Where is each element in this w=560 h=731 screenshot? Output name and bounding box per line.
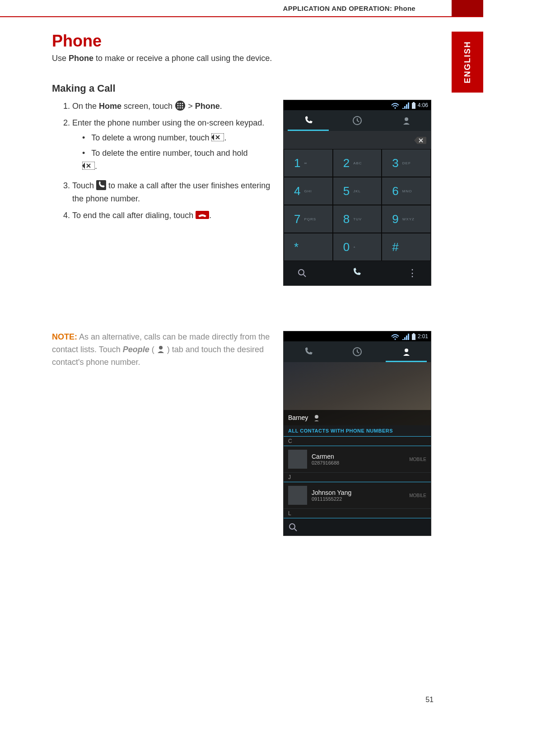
dialer-bottom-row: ⋮ — [284, 261, 431, 285]
wifi-icon — [391, 333, 400, 340]
header-breadcrumb: APPLICATION AND OPERATION: Phone — [283, 5, 416, 12]
language-tab: ENGLISH — [452, 32, 483, 93]
contacts-search-row[interactable] — [284, 518, 431, 535]
alpha-divider: C — [284, 437, 431, 446]
keypad-key-1[interactable]: 1∞ — [284, 149, 333, 177]
status-time: 4:06 — [418, 102, 428, 108]
alpha-divider: J — [284, 473, 431, 482]
backspace-icon — [211, 133, 224, 141]
instructions-column: On the Home screen, touch > Phone. Enter… — [52, 100, 283, 225]
dialer-tabs — [284, 110, 431, 131]
page-number: 51 — [425, 696, 434, 704]
backspace-icon — [82, 162, 95, 170]
contact-name: Carmen — [312, 453, 405, 460]
battery-icon — [411, 333, 416, 340]
tab-contacts[interactable] — [382, 341, 431, 362]
person-icon — [313, 414, 320, 421]
wifi-icon — [391, 102, 400, 109]
step-1: On the Home screen, touch > Phone. — [72, 100, 274, 113]
dialer-screenshot: 4:06 1∞2ABC3DEF4GHI5JKL6MNO7PQRS8TUV9WXY… — [283, 100, 431, 286]
contacts-tabs — [284, 341, 431, 362]
person-icon — [157, 345, 165, 353]
dialer-search-button[interactable] — [284, 268, 321, 278]
tab-dialer[interactable] — [284, 110, 333, 131]
contact-card[interactable]: Barney — [284, 362, 431, 425]
step-4: To end the call after dialing, touch . — [72, 209, 274, 222]
contact-number: 0287916688 — [312, 460, 405, 466]
contact-row[interactable]: Carmen0287916688MOBILE — [284, 446, 431, 473]
keypad-key-#[interactable]: # — [382, 233, 431, 261]
status-time: 2:01 — [418, 333, 428, 340]
tab-recent[interactable] — [333, 341, 382, 362]
step-3: Touch to make a call after the user fini… — [72, 179, 274, 205]
keypad-key-6[interactable]: 6MNO — [382, 177, 431, 205]
dialer-menu-button[interactable]: ⋮ — [394, 267, 431, 279]
step-2-sub-2: To delete the entire number, touch and h… — [82, 147, 274, 173]
contact-type: MOBILE — [409, 457, 426, 462]
status-bar: 2:01 — [284, 331, 431, 341]
contact-number: 09111555222 — [312, 496, 405, 502]
tab-recent[interactable] — [333, 110, 382, 131]
keypad-key-5[interactable]: 5JKL — [333, 177, 382, 205]
dialer-keypad: 1∞2ABC3DEF4GHI5JKL6MNO7PQRS8TUV9WXYZ*0+# — [284, 149, 431, 261]
keypad-key-2[interactable]: 2ABC — [333, 149, 382, 177]
contact-card-name: Barney — [288, 414, 308, 421]
section-heading: Making a Call — [52, 83, 431, 94]
avatar — [288, 486, 307, 505]
search-icon — [288, 522, 297, 531]
header-red-block — [452, 0, 483, 16]
keypad-key-4[interactable]: 4GHI — [284, 177, 333, 205]
language-tab-label: ENGLISH — [463, 41, 472, 83]
keypad-key-0[interactable]: 0+ — [333, 233, 382, 261]
signal-icon — [401, 333, 410, 340]
signal-icon — [401, 102, 410, 109]
step-2-sub-1: To delete a wrong number, touch . — [82, 131, 274, 144]
dialer-call-button[interactable] — [321, 267, 394, 279]
contact-row[interactable]: Johnson Yang09111555222MOBILE — [284, 482, 431, 509]
tab-contacts[interactable] — [382, 110, 431, 131]
end-call-icon — [196, 211, 209, 219]
battery-icon — [411, 102, 416, 109]
contacts-section-header: ALL CONTACTS WITH PHONE NUMBERS — [284, 425, 431, 437]
intro-text: Use Phone to make or receive a phone cal… — [52, 52, 431, 65]
keypad-key-8[interactable]: 8TUV — [333, 205, 382, 233]
contact-type: MOBILE — [409, 493, 426, 498]
avatar — [288, 450, 307, 469]
number-input-row[interactable] — [284, 131, 431, 149]
page-title: Phone — [52, 32, 431, 51]
tab-dialer[interactable] — [284, 341, 333, 362]
backspace-key-icon[interactable] — [414, 136, 426, 144]
page-header: APPLICATION AND OPERATION: Phone — [0, 0, 560, 16]
note-text: NOTE: As an alternative, calls can be ma… — [52, 331, 283, 369]
phone-icon — [96, 180, 106, 190]
step-2: Enter the phone number using the on-scre… — [72, 116, 274, 173]
header-underline — [0, 16, 483, 17]
keypad-key-*[interactable]: * — [284, 233, 333, 261]
status-bar: 4:06 — [284, 100, 431, 110]
apps-icon — [175, 100, 186, 111]
keypad-key-9[interactable]: 9WXYZ — [382, 205, 431, 233]
keypad-key-3[interactable]: 3DEF — [382, 149, 431, 177]
page-content: Phone Use Phone to make or receive a pho… — [52, 27, 431, 536]
note-label: NOTE: — [52, 332, 77, 341]
steps-list: On the Home screen, touch > Phone. Enter… — [52, 100, 274, 222]
contacts-list: CCarmen0287916688MOBILEJJohnson Yang0911… — [284, 437, 431, 518]
alpha-divider: L — [284, 509, 431, 518]
contact-name: Johnson Yang — [312, 489, 405, 496]
keypad-key-7[interactable]: 7PQRS — [284, 205, 333, 233]
step-2-sublist: To delete a wrong number, touch . To del… — [72, 131, 274, 173]
contacts-screenshot: 2:01 Barney ALL CONTACTS WITH PHONE NUMB… — [283, 331, 431, 536]
